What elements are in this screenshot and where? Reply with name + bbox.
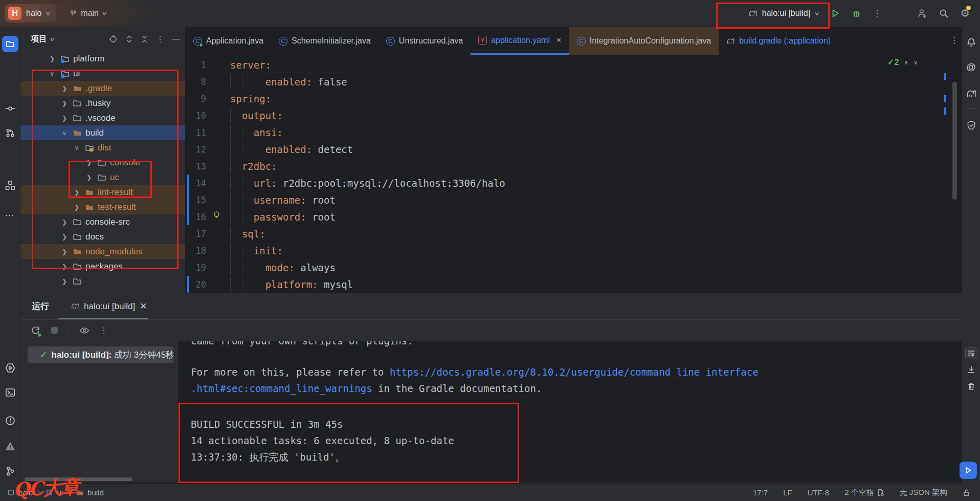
tree-item-console[interactable]: ❯console (20, 155, 185, 170)
tree-item-.vscode[interactable]: ❯.vscode (20, 111, 185, 125)
next-problem-icon[interactable]: ∨ (914, 59, 918, 66)
intention-bulb-icon[interactable] (212, 211, 221, 220)
tree-item-.gradle[interactable]: ❯.gradle (20, 81, 185, 96)
code-line-9[interactable]: 9spring: (186, 90, 962, 107)
chevron-down-icon[interactable]: ∨ (60, 129, 69, 137)
qodana-shield-icon[interactable] (966, 121, 976, 130)
vcs-branch-widget[interactable]: main ∨ (70, 9, 106, 18)
run-result-item[interactable]: ✓ halo:ui [build]: 成功 3分钟45秒429毫秒 (28, 346, 173, 363)
tree-item-console-src[interactable]: ❯console-src (20, 214, 185, 229)
search-icon[interactable] (939, 8, 949, 18)
code-line-17[interactable]: 17sql: (186, 225, 962, 242)
more-actions-kebab-icon[interactable]: ⋮ (873, 8, 881, 19)
code-line-15[interactable]: 15username: root (186, 191, 962, 208)
code-line-18[interactable]: 18init: (186, 242, 962, 259)
tree-item-dist[interactable]: ∨dist (20, 140, 185, 155)
chevron-right-icon[interactable]: ❯ (60, 115, 69, 122)
tree-item-packages[interactable]: ❯packages (20, 259, 185, 274)
editor-tab-Unstructured.java[interactable]: CUnstructured.java (378, 27, 471, 55)
editor-tab-build.gradle---application-[interactable]: build.gradle (:application) (719, 27, 838, 55)
gradle-doc-link[interactable]: https://docs.gradle.org/8.10.2/userguide… (390, 366, 759, 378)
locate-file-icon[interactable] (109, 35, 118, 43)
editor-scrollbar[interactable] (952, 82, 957, 200)
chevron-down-icon[interactable]: ∨ (48, 70, 56, 77)
clear-trash-icon[interactable] (967, 382, 975, 391)
settings-gear-icon[interactable]: ⚙ (960, 7, 970, 19)
code-line-13[interactable]: 13r2dbc: (186, 158, 962, 175)
chevron-right-icon[interactable]: ❯ (85, 159, 93, 166)
expand-all-icon[interactable] (125, 35, 133, 43)
chevron-right-icon[interactable]: ❯ (85, 174, 93, 181)
gradle-tool-icon[interactable] (966, 89, 976, 99)
run-panel-title[interactable]: 运行 (32, 300, 49, 312)
chevron-right-icon[interactable]: ❯ (60, 263, 69, 270)
line-separator[interactable]: LF (783, 488, 792, 497)
ai-send-button[interactable] (960, 462, 977, 479)
terminal-tool-icon[interactable] (5, 387, 15, 398)
ai-assistant-icon[interactable]: @ (966, 61, 976, 73)
tree-item-node_modules[interactable]: ❯node_modules (20, 244, 185, 259)
close-icon[interactable]: ✕ (140, 301, 147, 312)
chevron-right-icon[interactable]: ❯ (60, 100, 69, 107)
notifications-bell-icon[interactable] (966, 37, 976, 48)
rerun-icon[interactable] (31, 325, 40, 335)
chevron-right-icon[interactable]: ❯ (60, 248, 69, 255)
panel-options-kebab-icon[interactable]: ⋮ (156, 34, 164, 44)
tree-item-.husky[interactable]: ❯.husky (20, 96, 185, 111)
editor-tab-Application.java[interactable]: CApplication.java (186, 27, 271, 55)
chevron-right-icon[interactable]: ❯ (48, 55, 56, 62)
run-tab[interactable]: halo:ui [build] ✕ (64, 293, 153, 319)
stop-icon[interactable] (51, 326, 58, 334)
tree-item-platform[interactable]: ❯platform (20, 51, 185, 66)
lock-icon[interactable] (963, 489, 971, 497)
chevron-right-icon[interactable]: ❯ (60, 233, 69, 241)
debug-button[interactable] (852, 9, 861, 18)
tree-item-test-result[interactable]: ❯test-result (20, 200, 185, 214)
json-schema-widget[interactable]: 无 JSON 架构 (900, 488, 947, 497)
problems-tool-icon[interactable] (5, 416, 15, 426)
tree-item-lint-result[interactable]: ❯lint-result (20, 185, 185, 200)
code-line-8[interactable]: 8enabled: false (186, 73, 962, 90)
code-line-1[interactable]: 1server: (186, 56, 962, 73)
chevron-right-icon[interactable]: ❯ (60, 85, 69, 92)
tab-options-kebab-icon[interactable]: ⋮ (950, 35, 959, 46)
project-tool-button[interactable] (2, 36, 18, 52)
caret-position[interactable]: 17:7 (753, 488, 768, 497)
show-options-eye-icon[interactable] (79, 325, 90, 336)
project-panel-title[interactable]: 项目 (31, 34, 47, 45)
tree-item-build[interactable]: ∨build (20, 125, 185, 140)
tree-item-ui[interactable]: ∨ui (20, 66, 185, 81)
editor-tab-IntegrationAutoConfiguration.java[interactable]: CIntegrationAutoConfiguration.java (569, 27, 719, 55)
code-line-20[interactable]: 20platform: mysql (186, 276, 962, 293)
close-icon[interactable]: ✕ (556, 36, 562, 44)
run-options-kebab-icon[interactable]: ⋮ (100, 325, 108, 335)
hide-panel-icon[interactable]: — (172, 34, 180, 43)
chevron-right-icon[interactable]: ❯ (73, 204, 81, 211)
tree-item-docs[interactable]: ❯docs (20, 229, 185, 244)
project-widget[interactable]: H halo ∨ (5, 4, 56, 23)
scroll-to-end-icon[interactable] (967, 365, 975, 374)
run-configuration-selector[interactable]: halo:ui [build] ∨ (748, 9, 819, 18)
code-line-16[interactable]: 16password: root (186, 208, 962, 225)
chevron-right-icon[interactable]: ❯ (60, 278, 69, 285)
file-encoding[interactable]: UTF-8 (808, 488, 830, 497)
chevron-right-icon[interactable]: ❯ (73, 189, 81, 196)
gradle-doc-link[interactable]: .html#sec:command_line_warnings (191, 383, 372, 394)
indent-setting[interactable]: 2 个空格 (844, 488, 884, 497)
more-tools-icon[interactable]: ⋯ (5, 210, 15, 221)
chevron-down-icon[interactable]: ∨ (73, 144, 81, 151)
tree-item-uc[interactable]: ❯uc (20, 170, 185, 185)
breadcrumb-folder[interactable]: build (76, 488, 104, 497)
editor-tab-application.yaml[interactable]: Yapplication.yaml✕ (471, 27, 569, 55)
code-line-11[interactable]: 11ansi: (186, 124, 962, 141)
code-editor[interactable]: 1server:8enabled: false9spring:10output:… (186, 55, 962, 293)
editor-tab-SchemeInitializer.java[interactable]: CSchemeInitializer.java (271, 27, 378, 55)
commit-tool-icon[interactable] (5, 103, 15, 114)
code-line-14[interactable]: 14url: r2dbc:pool:mysql://localhost:3306… (186, 175, 962, 191)
collapse-all-icon[interactable] (141, 35, 148, 43)
tree-item-clipped[interactable]: ❯ (20, 274, 185, 289)
breadcrumb-project[interactable]: halo (7, 488, 33, 497)
run-button[interactable] (830, 8, 840, 18)
warnings-tool-icon[interactable] (5, 441, 15, 452)
add-user-icon[interactable] (917, 8, 927, 18)
